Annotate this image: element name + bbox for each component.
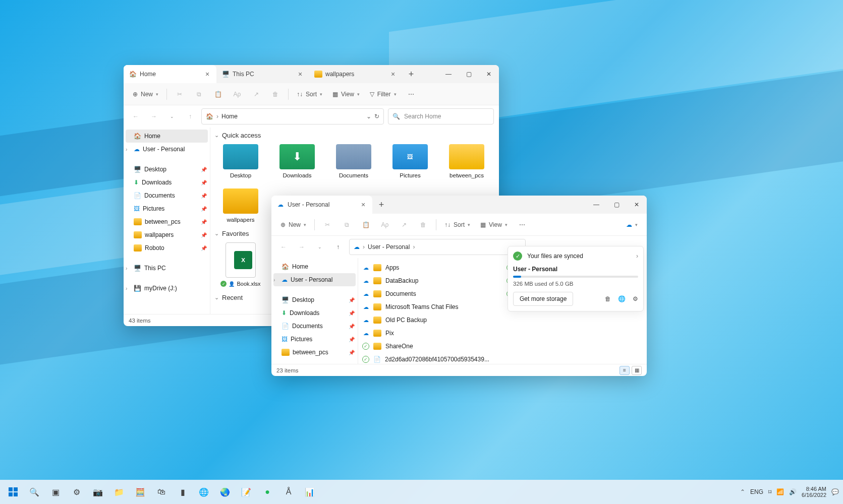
tab-user-personal[interactable]: ☁ User - Personal × <box>271 196 372 214</box>
sidebar-item-user-personal[interactable]: › ☁ User - Personal <box>124 143 210 156</box>
sidebar-item-between-pcs[interactable]: between_pcs 📌 <box>271 346 358 359</box>
recent-dropdown[interactable]: ⌄ <box>313 240 327 254</box>
list-item[interactable]: ☁ Apps <box>358 261 502 274</box>
share-button[interactable]: ↗ <box>396 217 413 232</box>
tab-add-button[interactable]: + <box>402 65 420 83</box>
store-app-icon[interactable]: 🛍 <box>152 483 171 501</box>
tab-close-icon[interactable]: × <box>389 70 397 78</box>
onedrive-status-button[interactable]: ☁ ▾ <box>622 217 642 232</box>
close-button[interactable]: ✕ <box>479 65 499 83</box>
section-quick-access[interactable]: ⌄ Quick access <box>210 128 499 141</box>
delete-button[interactable]: 🗑 <box>267 87 284 102</box>
cast-icon[interactable]: ⌑ <box>768 488 771 495</box>
chevron-right-icon[interactable]: › <box>126 266 127 271</box>
language-indicator[interactable]: ENG <box>750 488 763 495</box>
forward-button[interactable]: → <box>295 240 309 254</box>
tab-wallpapers[interactable]: wallpapers × <box>309 65 402 83</box>
web-icon[interactable]: 🌐 <box>618 295 626 302</box>
list-item[interactable]: ☁ Pix <box>358 327 502 340</box>
copy-button[interactable]: ⧉ <box>190 87 207 102</box>
view-details-button[interactable]: ≡ <box>620 366 630 375</box>
address-bar[interactable]: ☁ › User - Personal › <box>349 239 526 255</box>
camera-app-icon[interactable]: 📷 <box>89 483 107 501</box>
minimize-button[interactable]: ― <box>438 65 459 83</box>
forward-button[interactable]: → <box>147 109 161 123</box>
titlebar[interactable]: 🏠 Home × 🖥️ This PC × wallpapers × + ― ▢… <box>124 65 499 83</box>
settings-icon[interactable]: ⚙ <box>633 295 638 302</box>
back-button[interactable]: ← <box>129 109 143 123</box>
tile-between-pcs[interactable]: between_pcs <box>443 144 490 178</box>
tab-close-icon[interactable]: × <box>203 70 211 78</box>
taskview-button[interactable]: ▣ <box>46 483 65 501</box>
get-more-storage-button[interactable]: Get more storage <box>513 292 573 306</box>
start-button[interactable] <box>4 483 22 501</box>
tab-close-icon[interactable]: × <box>296 70 304 78</box>
rename-button[interactable]: Aρ <box>376 217 394 232</box>
sidebar-item-pictures[interactable]: 🖼 Pictures 📌 <box>271 333 358 346</box>
tab-home[interactable]: 🏠 Home × <box>124 65 216 83</box>
sidebar-item-roboto[interactable]: Roboto 📌 <box>124 241 210 255</box>
tile-wallpapers[interactable]: wallpapers <box>217 188 264 223</box>
search-input[interactable]: 🔍 Search Home <box>388 108 494 124</box>
maximize-button[interactable]: ▢ <box>459 65 479 83</box>
address-bar[interactable]: 🏠 › Home ⌄ ↻ <box>201 108 384 124</box>
notifications-icon[interactable]: 💬 <box>831 488 839 495</box>
refresh-button[interactable]: ↻ <box>374 113 379 120</box>
tab-add-button[interactable]: + <box>372 196 390 214</box>
list-item[interactable]: ☁ DataBackup <box>358 274 502 287</box>
maximize-button[interactable]: ▢ <box>606 196 627 214</box>
app-icon[interactable]: Å <box>279 483 298 501</box>
recycle-bin-icon[interactable]: 🗑 <box>605 295 611 302</box>
chevron-right-icon[interactable]: › <box>273 277 275 283</box>
paste-button[interactable]: 📋 <box>357 217 374 232</box>
sidebar-item-desktop[interactable]: 🖥️ Desktop 📌 <box>271 293 358 306</box>
sidebar-item-desktop[interactable]: 🖥️ Desktop 📌 <box>124 163 210 176</box>
list-item[interactable]: ☁ Old PC Backup <box>358 313 502 327</box>
more-button[interactable]: ⋯ <box>514 217 531 232</box>
edge-dev-app-icon[interactable]: 🌏 <box>216 483 234 501</box>
tray-overflow-button[interactable]: ⌃ <box>740 488 745 495</box>
more-button[interactable]: ⋯ <box>403 87 420 102</box>
list-item[interactable]: ✓ 📄 2d2d6ad072086bf4105700d5935439... <box>358 353 502 364</box>
calculator-app-icon[interactable]: 🧮 <box>131 483 149 501</box>
tile-book-xlsx[interactable]: X ✓ 👤 Book.xlsx <box>217 242 264 287</box>
view-tiles-button[interactable]: ▦ <box>632 366 642 375</box>
rename-button[interactable]: Aρ <box>229 87 246 102</box>
sidebar-item-home[interactable]: 🏠 Home <box>271 260 358 273</box>
file-explorer-icon[interactable]: 📁 <box>110 483 128 501</box>
up-button[interactable]: ↑ <box>331 240 345 254</box>
notepad-app-icon[interactable]: 📝 <box>237 483 255 501</box>
breadcrumb[interactable]: User - Personal <box>368 243 410 250</box>
tile-pictures[interactable]: 🖼 Pictures <box>387 144 433 178</box>
volume-icon[interactable]: 🔊 <box>789 488 797 495</box>
sidebar-item-home[interactable]: 🏠 Home <box>126 130 208 143</box>
sidebar-item-documents[interactable]: 📄 Documents 📌 <box>124 189 210 202</box>
copy-button[interactable]: ⧉ <box>338 217 355 232</box>
up-button[interactable]: ↑ <box>183 109 197 123</box>
new-button[interactable]: ⊕ New ▾ <box>129 87 162 102</box>
sort-button[interactable]: ↑↓ Sort ▾ <box>293 87 326 102</box>
chevron-right-icon[interactable]: › <box>126 286 127 291</box>
terminal-app-icon[interactable]: ▮ <box>174 483 192 501</box>
clock[interactable]: 8:46 AM 6/16/2022 <box>802 486 826 498</box>
view-button[interactable]: ▦ View ▾ <box>476 217 512 232</box>
sort-button[interactable]: ↑↓ Sort ▾ <box>440 217 474 232</box>
close-button[interactable]: ✕ <box>627 196 647 214</box>
sidebar-item-user-personal[interactable]: › ☁ User - Personal <box>273 273 356 286</box>
chevron-right-icon[interactable]: › <box>636 253 638 260</box>
recent-dropdown[interactable]: ⌄ <box>165 109 179 123</box>
search-button[interactable]: 🔍 <box>25 483 43 501</box>
cut-button[interactable]: ✂ <box>171 87 188 102</box>
sidebar-item-downloads[interactable]: ⬇ Downloads 📌 <box>124 176 210 189</box>
chevron-right-icon[interactable]: › <box>126 147 127 152</box>
filter-button[interactable]: ▽ Filter ▾ <box>366 87 401 102</box>
sidebar-item-pictures[interactable]: 🖼 Pictures 📌 <box>124 202 210 215</box>
minimize-button[interactable]: ― <box>586 196 606 214</box>
sidebar-item-documents[interactable]: 📄 Documents 📌 <box>271 320 358 333</box>
sidebar-item-mydrive[interactable]: › 💾 myDrive (J:) <box>124 282 210 295</box>
sidebar-item-between-pcs[interactable]: between_pcs 📌 <box>124 215 210 228</box>
taskbar[interactable]: 🔍 ▣ ⚙ 📷 📁 🧮 🛍 ▮ 🌐 🌏 📝 ● Å 📊 ⌃ ENG ⌑ 📶 🔊 … <box>0 480 843 504</box>
sidebar-item-wallpapers[interactable]: wallpapers 📌 <box>124 228 210 241</box>
delete-button[interactable]: 🗑 <box>415 217 432 232</box>
sidebar-item-thispc[interactable]: › 🖥️ This PC <box>124 262 210 275</box>
